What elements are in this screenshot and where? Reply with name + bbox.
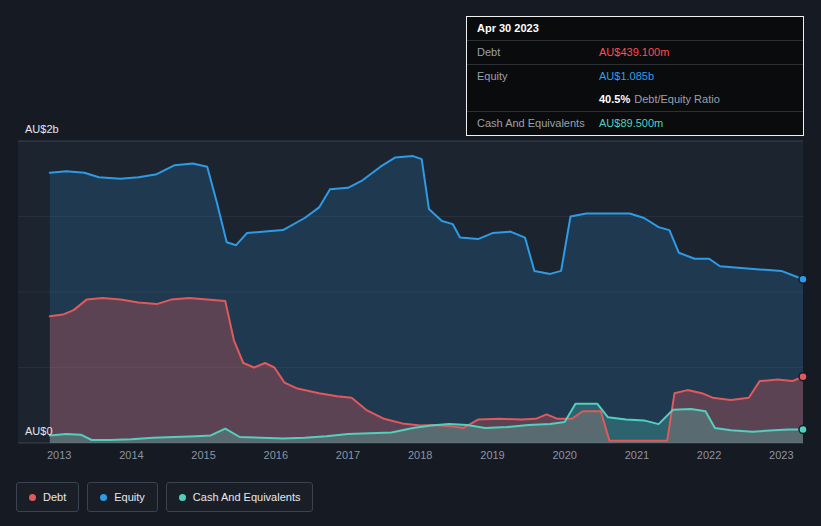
equity-endpoint-marker [799,275,807,283]
x-axis-label: 2017 [336,449,360,461]
x-axis-label: 2013 [47,449,71,461]
equity-series-dot-icon [100,494,107,501]
legend-label-equity: Equity [114,491,145,503]
legend-label-cash: Cash And Equivalents [193,491,301,503]
x-axis-label: 2021 [625,449,649,461]
tooltip-ratio-label: Debt/Equity Ratio [634,93,720,105]
tooltip-ratio: 40.5%Debt/Equity Ratio [599,93,720,106]
debt-endpoint-marker [799,373,807,381]
tooltip-cash-row: Cash And Equivalents AU$89.500m [467,112,803,135]
tooltip-cash-label: Cash And Equivalents [477,117,599,130]
tooltip-debt-label: Debt [477,46,599,59]
x-axis-label: 2014 [119,449,143,461]
x-axis-label: 2022 [697,449,721,461]
y-axis-label-bottom: AU$0 [25,425,53,437]
cash-and-equivalents-endpoint-marker [799,426,807,434]
legend-item-debt[interactable]: Debt [16,482,79,512]
tooltip-debt-row: Debt AU$439.100m [467,41,803,64]
tooltip-date-row: Apr 30 2023 [467,17,803,40]
tooltip-equity-label: Equity [477,70,599,83]
x-axis-label: 2019 [480,449,504,461]
x-axis-label: 2016 [264,449,288,461]
debt-series-dot-icon [29,494,36,501]
tooltip-equity-value: AU$1.085b [599,70,654,83]
tooltip-cash-value: AU$89.500m [599,117,663,130]
tooltip-ratio-row: 40.5%Debt/Equity Ratio [467,88,803,111]
y-axis-label-top: AU$2b [25,123,59,135]
legend-label-debt: Debt [43,491,66,503]
legend-item-cash[interactable]: Cash And Equivalents [166,482,314,512]
legend-item-equity[interactable]: Equity [87,482,158,512]
x-axis-label: 2015 [191,449,215,461]
chart-tooltip: Apr 30 2023 Debt AU$439.100m Equity AU$1… [466,16,804,136]
tooltip-ratio-value: 40.5% [599,93,630,105]
chart-legend: Debt Equity Cash And Equivalents [16,482,313,512]
tooltip-equity-row: Equity AU$1.085b [467,65,803,88]
tooltip-date: Apr 30 2023 [477,22,539,35]
tooltip-debt-value: AU$439.100m [599,46,669,59]
x-axis-label: 2018 [408,449,432,461]
x-axis-label: 2020 [552,449,576,461]
cash-series-dot-icon [179,494,186,501]
x-axis-label: 2023 [769,449,793,461]
